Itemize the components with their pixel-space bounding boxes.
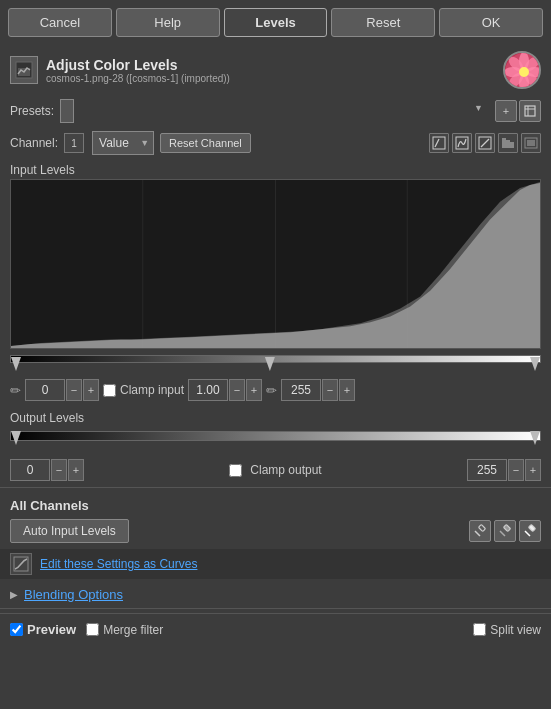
presets-label: Presets: (10, 104, 54, 118)
channel-icon-4[interactable] (498, 133, 518, 153)
clamp-input-label[interactable]: Clamp input (120, 383, 184, 397)
auto-input-levels-button[interactable]: Auto Input Levels (10, 519, 129, 543)
output-right-group: − + (467, 459, 541, 481)
preview-check-group: Preview (10, 622, 76, 637)
channel-icons (429, 133, 541, 153)
input-controls: ✏ − + Clamp input − + ✏ − + (0, 375, 551, 405)
channel-icon-5[interactable] (521, 133, 541, 153)
input-mid-decrement[interactable]: − (229, 379, 245, 401)
channel-icon-1[interactable] (429, 133, 449, 153)
clamp-output-label[interactable]: Clamp output (250, 463, 321, 477)
split-view-label[interactable]: Split view (490, 623, 541, 637)
channel-row: Channel: 1 Value Red Green Blue Alpha Re… (0, 127, 551, 159)
input-right-decrement[interactable]: − (322, 379, 338, 401)
input-left-value[interactable] (25, 379, 65, 401)
preview-checkbox[interactable] (10, 623, 23, 636)
settings-icon (524, 105, 536, 117)
input-slider-track[interactable] (10, 355, 541, 363)
svg-line-30 (500, 531, 505, 536)
svg-line-32 (525, 531, 530, 536)
blending-options-link[interactable]: Blending Options (24, 587, 123, 602)
input-left-decrement[interactable]: − (66, 379, 82, 401)
svg-line-28 (475, 531, 480, 536)
presets-select[interactable] (60, 99, 74, 123)
svg-line-16 (435, 139, 439, 147)
divider-1 (0, 487, 551, 488)
merge-check-group: Merge filter (86, 623, 163, 637)
output-right-decrement[interactable]: − (508, 459, 524, 481)
preview-label[interactable]: Preview (27, 622, 76, 637)
clamp-input-checkbox[interactable] (103, 384, 116, 397)
svg-rect-29 (478, 524, 485, 531)
output-slider-track[interactable] (10, 431, 541, 441)
clamp-output-group: Clamp output (84, 463, 467, 477)
ok-button[interactable]: OK (439, 8, 543, 37)
output-left-value[interactable] (10, 459, 50, 481)
channel-icon-3[interactable] (475, 133, 495, 153)
all-channels-label: All Channels (0, 490, 551, 517)
svg-rect-21 (506, 140, 510, 148)
channel-select[interactable]: Value Red Green Blue Alpha (92, 131, 154, 155)
split-check-group: Split view (473, 623, 541, 637)
input-slider-mid-handle[interactable] (265, 357, 275, 371)
presets-settings-button[interactable] (519, 100, 541, 122)
title-icon (10, 56, 38, 84)
reset-channel-button[interactable]: Reset Channel (160, 133, 251, 153)
title-bar: Adjust Color Levels cosmos-1.png-28 ([co… (0, 45, 551, 95)
svg-rect-20 (502, 138, 506, 148)
merge-filter-label[interactable]: Merge filter (103, 623, 163, 637)
presets-row: Presets: + (0, 95, 551, 127)
blending-options-row[interactable]: ▶ Blending Options (0, 583, 551, 606)
output-left-decrement[interactable]: − (51, 459, 67, 481)
output-left-increment[interactable]: + (68, 459, 84, 481)
auto-icons (469, 520, 541, 542)
help-button[interactable]: Help (116, 8, 220, 37)
output-left-group: − + (10, 459, 84, 481)
input-right-group: − + (281, 379, 355, 401)
presets-add-button[interactable]: + (495, 100, 517, 122)
eyedropper-black-icon (473, 524, 487, 538)
output-slider-row (10, 431, 541, 455)
auto-icon-1[interactable] (469, 520, 491, 542)
svg-rect-24 (527, 140, 535, 146)
input-mid-group: − + (188, 379, 262, 401)
svg-line-19 (481, 139, 489, 147)
input-mid-increment[interactable]: + (246, 379, 262, 401)
curves-icon[interactable] (10, 553, 32, 575)
auto-icon-3[interactable] (519, 520, 541, 542)
split-view-checkbox[interactable] (473, 623, 486, 636)
output-levels-label: Output Levels (0, 405, 551, 427)
clamp-output-checkbox[interactable] (229, 464, 242, 477)
curves-link[interactable]: Edit these Settings as Curves (40, 557, 197, 571)
input-left-group: − + (25, 379, 99, 401)
input-mid-value[interactable] (188, 379, 228, 401)
histogram-container (10, 179, 541, 349)
levels-button[interactable]: Levels (224, 8, 328, 37)
input-right-icon: ✏ (266, 383, 277, 398)
channel-select-wrapper: Value Red Green Blue Alpha (92, 131, 154, 155)
top-button-bar: Cancel Help Levels Reset OK (0, 0, 551, 45)
output-right-value[interactable] (467, 459, 507, 481)
input-right-increment[interactable]: + (339, 379, 355, 401)
channel-icon-2[interactable] (452, 133, 472, 153)
presets-icons: + (495, 100, 541, 122)
input-slider-right-handle[interactable] (530, 357, 540, 371)
input-left-icon: ✏ (10, 383, 21, 398)
reset-button[interactable]: Reset (331, 8, 435, 37)
input-right-value[interactable] (281, 379, 321, 401)
cancel-button[interactable]: Cancel (8, 8, 112, 37)
eyedropper-white-icon (523, 524, 537, 538)
presets-select-wrapper (60, 99, 489, 123)
curves-graph-icon (13, 556, 29, 572)
input-slider-left-handle[interactable] (11, 357, 21, 371)
preview-thumbnail (503, 51, 541, 89)
curves-row: Edit these Settings as Curves (0, 549, 551, 579)
output-controls: − + Clamp output − + (0, 455, 551, 485)
auto-icon-2[interactable] (494, 520, 516, 542)
svg-rect-12 (525, 106, 535, 116)
input-left-increment[interactable]: + (83, 379, 99, 401)
blending-triangle-icon: ▶ (10, 589, 18, 600)
output-right-increment[interactable]: + (525, 459, 541, 481)
merge-filter-checkbox[interactable] (86, 623, 99, 636)
clamp-input-group: Clamp input (103, 383, 184, 397)
